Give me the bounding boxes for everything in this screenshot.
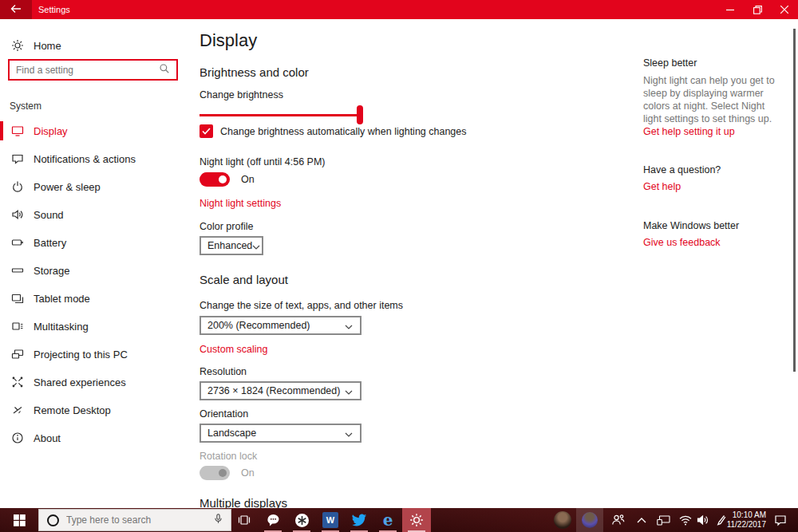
give-us-feedback-link[interactable]: Give us feedback	[643, 237, 721, 248]
action-center-icon	[774, 514, 787, 526]
sidebar-item-multitasking[interactable]: Multitasking	[0, 314, 192, 338]
multitasking-icon	[11, 320, 24, 333]
people-icon	[611, 514, 625, 526]
scale-section-heading: Scale and layout	[200, 273, 288, 286]
color-profile-dropdown[interactable]: Enhanced	[200, 236, 263, 255]
multiple-displays-heading: Multiple displays	[200, 496, 287, 508]
color-profile-label: Color profile	[200, 221, 253, 232]
orientation-dropdown[interactable]: Landscape	[200, 424, 361, 443]
clock-date: 11/22/2017	[727, 520, 766, 530]
start-button[interactable]	[0, 508, 38, 532]
auto-brightness-row: Change brightness automatically when lig…	[200, 124, 467, 138]
night-light-settings-link[interactable]: Night light settings	[200, 198, 281, 209]
people-button[interactable]	[606, 508, 629, 532]
sidebar-item-projecting[interactable]: Projecting to this PC	[0, 342, 192, 366]
brightness-slider[interactable]	[200, 105, 363, 124]
brightness-slider-track[interactable]	[200, 114, 363, 116]
chevron-down-icon	[345, 384, 353, 398]
taskbar-search-input[interactable]	[59, 514, 213, 526]
custom-scaling-link[interactable]: Custom scaling	[200, 344, 267, 355]
back-button[interactable]	[0, 0, 32, 19]
scale-size-dropdown[interactable]: 200% (Recommended)	[200, 316, 361, 335]
taskbar-app-settings-active[interactable]	[402, 508, 431, 532]
people-bar-contact-2[interactable]	[576, 508, 603, 532]
sidebar-item-display[interactable]: Display	[0, 119, 192, 143]
messaging-app-icon	[266, 513, 281, 528]
sidebar-item-label: Display	[34, 125, 68, 137]
close-button[interactable]	[771, 0, 798, 19]
rotation-lock-state: On	[241, 467, 255, 479]
scale-size-label: Change the size of text, apps, and other…	[200, 300, 403, 311]
sidebar-section-system: System	[10, 100, 41, 112]
brightness-section-heading: Brightness and color	[200, 65, 309, 79]
action-center-button[interactable]	[768, 508, 793, 532]
change-brightness-label: Change brightness	[200, 89, 283, 100]
sidebar-home-label: Home	[34, 40, 61, 52]
color-profile-value: Enhanced	[207, 240, 252, 251]
settings-window: Settings Home System Di	[0, 0, 798, 532]
restore-button[interactable]	[744, 0, 771, 19]
sidebar-item-shared-experiences[interactable]: Shared experiences	[0, 370, 192, 394]
taskbar-app-edge[interactable]: e	[373, 508, 402, 532]
display-icon	[11, 124, 24, 137]
sidebar-item-notifications[interactable]: Notifications & actions	[0, 147, 192, 171]
device-icon	[657, 515, 670, 526]
battery-icon	[11, 236, 24, 249]
sidebar-item-remote-desktop[interactable]: Remote Desktop	[0, 398, 192, 422]
get-help-setting-link[interactable]: Get help setting it up	[643, 126, 735, 137]
settings-search-input[interactable]	[10, 65, 159, 76]
taskbar-search-box[interactable]	[38, 509, 231, 531]
task-view-button[interactable]	[233, 508, 255, 532]
taskbar-app-circle[interactable]	[287, 508, 316, 532]
auto-brightness-checkbox[interactable]	[200, 124, 213, 138]
sleep-better-body: Night light can help you get to sleep by…	[643, 74, 782, 125]
settings-search-box[interactable]	[8, 59, 178, 81]
remote-desktop-icon	[11, 404, 24, 416]
vertical-scrollbar[interactable]	[793, 29, 796, 372]
about-icon	[11, 432, 24, 444]
avatar	[554, 511, 571, 529]
sidebar-item-about[interactable]: About	[0, 426, 192, 450]
sidebar-item-label: Remote Desktop	[34, 404, 111, 416]
sidebar-item-tablet-mode[interactable]: Tablet mode	[0, 286, 192, 310]
microphone-icon[interactable]	[213, 513, 223, 528]
edge-app-icon: e	[383, 510, 393, 530]
check-icon	[202, 128, 211, 135]
sound-icon	[11, 208, 24, 221]
search-icon[interactable]	[159, 63, 170, 77]
tray-device-button[interactable]	[653, 508, 674, 532]
taskbar-app-messaging[interactable]	[259, 508, 287, 532]
sidebar-item-sound[interactable]: Sound	[0, 203, 192, 227]
windows-start-icon	[14, 514, 26, 526]
resolution-dropdown[interactable]: 2736 × 1824 (Recommended)	[200, 381, 361, 400]
make-windows-better-heading: Make Windows better	[643, 220, 739, 231]
tray-overflow-button[interactable]	[632, 508, 651, 532]
cortana-icon[interactable]	[47, 514, 59, 526]
chevron-down-icon	[252, 238, 260, 253]
chevron-down-icon	[345, 318, 353, 333]
get-help-link[interactable]: Get help	[643, 181, 681, 192]
minimize-icon	[726, 6, 734, 14]
clock-time: 10:10 AM	[733, 510, 766, 521]
sidebar-item-home[interactable]: Home	[0, 33, 192, 57]
taskbar-app-twitter[interactable]	[345, 508, 373, 532]
word-app-icon: W	[322, 512, 338, 528]
sidebar-item-label: Battery	[34, 237, 66, 249]
sidebar-item-battery[interactable]: Battery	[0, 231, 192, 254]
sidebar-item-label: Projecting to this PC	[34, 349, 128, 361]
sidebar-item-power-sleep[interactable]: Power & sleep	[0, 175, 192, 199]
orientation-label: Orientation	[200, 408, 248, 420]
night-light-toggle[interactable]	[200, 172, 230, 187]
brightness-slider-thumb[interactable]	[357, 105, 363, 124]
word-glyph: W	[326, 515, 334, 525]
settings-app-icon	[409, 513, 424, 527]
tray-volume-button[interactable]	[693, 508, 713, 532]
sidebar-item-label: About	[34, 432, 61, 444]
night-light-label: Night light (off until 4:56 PM)	[200, 156, 325, 167]
power-icon	[11, 180, 24, 193]
taskbar-clock[interactable]: 10:10 AM 11/22/2017	[725, 508, 766, 532]
people-bar-contact-1[interactable]	[551, 508, 575, 532]
minimize-button[interactable]	[717, 0, 744, 19]
taskbar-app-word[interactable]: W	[316, 508, 345, 532]
sidebar-item-storage[interactable]: Storage	[0, 258, 192, 282]
